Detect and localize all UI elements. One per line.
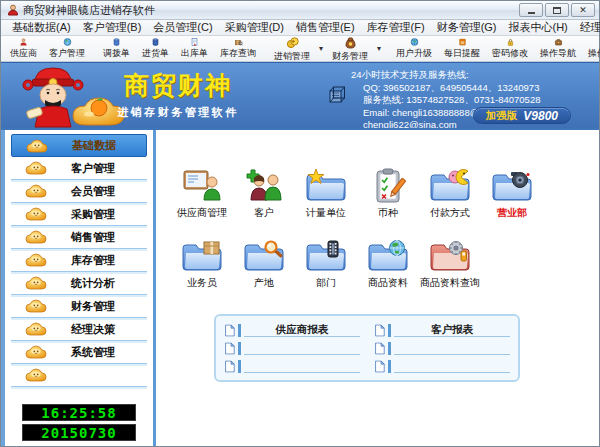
document-icon: [224, 342, 235, 355]
icon-origin[interactable]: 产地: [234, 238, 294, 290]
icon-label: 产地: [254, 276, 274, 290]
toolbar-label: 调拨单: [103, 47, 130, 60]
icon-row-2: 业务员 产地: [156, 238, 599, 290]
icon-currency[interactable]: 币种: [358, 168, 418, 220]
dropdown-arrow-icon[interactable]: ▾: [316, 44, 326, 53]
support-hotline: 服务热线: 13574827528、0731-84070528: [351, 94, 599, 107]
toolbar-user-upgrade-button[interactable]: 用户升级: [390, 36, 438, 61]
sidebar-item-finance[interactable]: 财务管理: [11, 295, 147, 318]
sidebar-item-system[interactable]: 系统管理: [11, 341, 147, 364]
icon-label: 供应商管理: [177, 206, 227, 220]
toolbar-daily-reminder-button[interactable]: 每日提醒: [438, 36, 486, 61]
maximize-button[interactable]: [545, 3, 569, 17]
sidebar-item-blank[interactable]: [11, 364, 147, 387]
toolbar-supplier-button[interactable]: 供应商: [4, 36, 43, 61]
customer-report-row-empty[interactable]: [374, 340, 510, 355]
close-button[interactable]: ✕: [571, 3, 595, 17]
sidebar-item-label: 采购管理: [71, 207, 115, 222]
menu-basic-data[interactable]: 基础数据(A): [7, 20, 76, 35]
toolbar-trade-manage-button[interactable]: 进销管理: [268, 34, 316, 64]
toolbar-stock-query-button[interactable]: 库存查询: [214, 36, 262, 61]
icon-row-1: 供应商管理 客户 计量单位: [156, 168, 599, 220]
row-accent-bar: [388, 342, 391, 355]
toolbar-purchase-button[interactable]: 进货单: [136, 36, 175, 61]
sidebar-item-statistics[interactable]: 统计分析: [11, 272, 147, 295]
row-accent-bar: [388, 360, 391, 373]
document-icon: [224, 360, 235, 373]
toolbar-operation-log-button[interactable]: 操作日志: [582, 36, 600, 61]
cube-icon: [327, 84, 347, 106]
customer-person-icon: [61, 38, 74, 46]
supplier-report-row-empty[interactable]: [224, 358, 360, 373]
menu-reports[interactable]: 报表中心(H): [504, 20, 573, 35]
customer-report-row-empty[interactable]: [374, 358, 510, 373]
minimize-button[interactable]: [519, 3, 543, 17]
menu-member[interactable]: 会员管理(C): [148, 20, 217, 35]
toolbar-finance-manage-button[interactable]: 财务管理: [326, 34, 374, 64]
icon-business-dept[interactable]: 营业部: [482, 168, 542, 220]
row-accent-bar: [388, 324, 391, 337]
icon-label: 客户: [254, 206, 274, 220]
icon-payment-method[interactable]: 付款方式: [420, 168, 480, 220]
report-title: [244, 372, 360, 373]
row-accent-bar: [238, 342, 241, 355]
toolbar-transfer-button[interactable]: 调拨单: [97, 36, 136, 61]
toolbar-label: 用户升级: [396, 47, 432, 60]
toolbar-password-button[interactable]: 密码修改: [486, 36, 534, 61]
customers-people-icon: [242, 168, 286, 204]
report-title: [244, 354, 360, 355]
menu-sales[interactable]: 销售管理(E): [291, 20, 360, 35]
customer-report-link[interactable]: 客户报表: [374, 322, 510, 337]
icon-salesperson[interactable]: 业务员: [172, 238, 232, 290]
icon-label: 业务员: [187, 276, 217, 290]
sidebar-item-sales[interactable]: 销售管理: [11, 226, 147, 249]
document-icon: [224, 324, 235, 337]
icon-label: 部门: [316, 276, 336, 290]
icon-label: 币种: [378, 206, 398, 220]
toolbar-outbound-button[interactable]: 出库单: [175, 36, 214, 61]
menu-inventory[interactable]: 库存管理(F): [362, 20, 430, 35]
trade-manage-icon: [286, 36, 299, 49]
document-icon: [374, 324, 385, 337]
toolbar-trade-manage-group: 进销管理 ▾: [268, 36, 326, 61]
report-title: 客户报表: [394, 322, 510, 337]
toolbar-label: 进货单: [142, 47, 169, 60]
sidebar-item-basic-data[interactable]: 基础数据: [11, 134, 147, 157]
reports-panel: 供应商报表: [214, 314, 520, 382]
toolbar-operation-nav-button[interactable]: 操作导航: [534, 36, 582, 61]
outbound-doc-icon: [188, 38, 201, 46]
icon-supplier-management[interactable]: 供应商管理: [172, 168, 232, 220]
icon-product-data[interactable]: 商品资料: [358, 238, 418, 290]
supplier-report-link[interactable]: 供应商报表: [224, 322, 360, 337]
icon-measure-units[interactable]: 计量单位: [296, 168, 356, 220]
menu-customer[interactable]: 客户管理(B): [78, 20, 147, 35]
icon-label: 计量单位: [306, 206, 346, 220]
sidebar-item-customer[interactable]: 客户管理: [11, 157, 147, 180]
finance-manage-icon: [344, 36, 357, 49]
menu-purchase[interactable]: 采购管理(D): [220, 20, 289, 35]
edition-label: 加强版: [486, 109, 518, 123]
menu-manager[interactable]: 经理决策(I): [575, 20, 600, 35]
sidebar-item-manager[interactable]: 经理决策: [11, 318, 147, 341]
menu-finance[interactable]: 财务管理(G): [432, 20, 502, 35]
brand-block: 商贸财神 进销存财务管理软件: [113, 69, 243, 120]
clock-date-display: 20150730: [22, 424, 136, 441]
operation-nav-icon: [552, 38, 565, 46]
supplier-report-row-empty[interactable]: [224, 340, 360, 355]
dropdown-arrow-icon[interactable]: ▾: [374, 44, 384, 53]
icon-department[interactable]: 部门: [296, 238, 356, 290]
sidebar-item-inventory[interactable]: 库存管理: [11, 249, 147, 272]
sidebar-item-purchase[interactable]: 采购管理: [11, 203, 147, 226]
minimize-icon: [528, 12, 535, 14]
gold-ingot-icon: [25, 299, 47, 313]
toolbar-label: 财务管理: [332, 50, 368, 63]
icon-customers[interactable]: 客户: [234, 168, 294, 220]
titlebar: 商贸财神眼镜店进销存软件 ✕: [1, 1, 599, 20]
icon-product-query[interactable]: 商品资料查询: [420, 238, 480, 290]
sidebar-item-member[interactable]: 会员管理: [11, 180, 147, 203]
toolbar-customer-button[interactable]: 客户管理: [43, 36, 91, 61]
supplier-report-column: 供应商报表: [224, 322, 360, 373]
password-lock-icon: [504, 38, 517, 46]
main-panel: 供应商管理 客户 计量单位: [156, 130, 599, 446]
gold-ingot-icon: [25, 345, 47, 359]
